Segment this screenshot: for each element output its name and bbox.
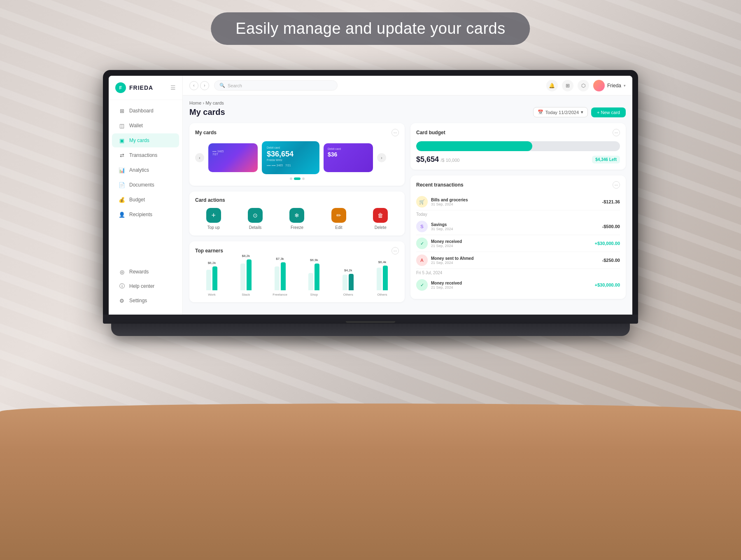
bar-others1-fg: [349, 274, 354, 290]
bar-others2-bg: [377, 268, 382, 290]
date-chevron: ▾: [581, 110, 583, 115]
card-budget-options[interactable]: ···: [613, 129, 620, 136]
action-delete[interactable]: 🗑 Delete: [373, 208, 388, 230]
budget-fill: [416, 141, 532, 151]
card-budget-header: Card budget ···: [416, 129, 620, 136]
action-edit[interactable]: ✏ Edit: [331, 208, 346, 230]
budget-amount: $5,654: [416, 155, 439, 163]
received-2-amount: +$30,000.00: [595, 282, 620, 287]
card-1-name: 7/27: [212, 153, 254, 156]
rewards-icon: ◎: [119, 268, 125, 275]
transactions-options[interactable]: ···: [613, 181, 620, 189]
new-card-button[interactable]: + New card: [591, 107, 626, 117]
sidebar-label-my-cards: My cards: [129, 138, 149, 143]
sidebar-item-rewards[interactable]: ◎ Rewards: [112, 265, 179, 279]
table-surface: [0, 404, 741, 560]
sidebar-item-settings[interactable]: ⚙ Settings: [112, 294, 179, 308]
card-1[interactable]: •••• 3465 7/27: [208, 143, 258, 172]
logo-text: FRIEDA: [129, 84, 153, 91]
received-1-name: Money received: [431, 239, 592, 244]
laptop-hinge: [346, 321, 395, 323]
delete-label: Delete: [375, 225, 387, 230]
help-icon: ⓘ: [119, 283, 125, 289]
freeze-btn[interactable]: ❄: [289, 208, 304, 223]
top-banner: Easily manage and update your cards: [211, 12, 530, 45]
bar-others1: $4,2k Others: [333, 268, 363, 296]
bar-work: $6,2k Work: [197, 261, 227, 296]
card-2-name: Frieda Wirtz: [267, 159, 315, 161]
search-bar[interactable]: 🔍 Search: [214, 80, 338, 91]
top-earners-title: Top earners: [195, 248, 223, 254]
sidebar-label-transactions: Transactions: [129, 152, 157, 158]
my-cards-options[interactable]: ···: [391, 129, 399, 136]
received-1-date: 21 Sep, 2024: [431, 244, 592, 248]
transaction-savings: S Savings 31 Sep, 2024 -$500.00: [416, 218, 620, 235]
card-1-number: •••• 3465: [212, 150, 254, 153]
carousel-prev[interactable]: ‹: [195, 153, 204, 162]
sidebar-item-documents[interactable]: 📄 Documents: [112, 178, 179, 192]
sidebar-label-analytics: Analytics: [129, 167, 149, 173]
top-earners-options[interactable]: ···: [391, 247, 399, 254]
bar-others1-label: Others: [343, 293, 353, 296]
edit-btn[interactable]: ✏: [331, 208, 346, 223]
app-screen: F FRIEDA ☰ ⊞ Dashboard ◫ Wallet ▣ My car…: [109, 76, 632, 315]
left-column: My cards ··· ‹ •••• 3465 7/27: [189, 123, 405, 302]
savings-amount: -$500.00: [602, 224, 620, 229]
bar-stack-bg: [240, 264, 245, 290]
sidebar-item-help[interactable]: ⓘ Help center: [112, 279, 179, 293]
search-icon: 🔍: [219, 83, 225, 88]
card-actions-title: Card actions: [195, 197, 225, 203]
search-placeholder: Search: [228, 83, 242, 88]
sidebar-item-transactions[interactable]: ⇄ Transactions: [112, 148, 179, 162]
card-3[interactable]: Debit card $36: [324, 143, 373, 172]
bills-name: Bills and groceries: [431, 198, 599, 202]
ahmed-info: Money sent to Ahmed 21 Sep, 2024: [431, 256, 599, 265]
transactions-header: Recent transactions ···: [416, 181, 620, 189]
top-up-btn[interactable]: +: [206, 208, 221, 223]
sidebar: F FRIEDA ☰ ⊞ Dashboard ◫ Wallet ▣ My car…: [109, 76, 183, 315]
back-button[interactable]: ‹: [189, 81, 198, 90]
action-top-up[interactable]: + Top up: [206, 208, 221, 230]
laptop-shadow: [119, 336, 622, 352]
sidebar-item-analytics[interactable]: 📊 Analytics: [112, 163, 179, 177]
savings-name: Savings: [431, 222, 599, 227]
card-3-amount: $36: [328, 151, 369, 158]
action-freeze[interactable]: ❄ Freeze: [289, 208, 304, 230]
user-badge[interactable]: Frieda ▾: [593, 80, 626, 91]
page-header: My cards 📅 Today 11/2/2024 ▾ + New card: [189, 107, 626, 117]
sidebar-item-wallet[interactable]: ◫ Wallet: [112, 119, 179, 133]
sidebar-menu-icon[interactable]: ☰: [170, 84, 176, 91]
bar-stack-value: $8,2k: [242, 254, 250, 258]
bar-freelance-bg: [275, 266, 280, 290]
banner-text: Easily manage and update your cards: [235, 20, 505, 37]
bills-date: 31 Sep, 2024: [431, 202, 599, 206]
page-title: My cards: [189, 107, 225, 117]
bar-others2-value: $6,4k: [378, 260, 387, 264]
dashboard-icon: ⊞: [119, 107, 125, 114]
carousel-next[interactable]: ›: [377, 153, 386, 162]
edit-label: Edit: [335, 225, 342, 230]
transactions-icon: ⇄: [119, 152, 125, 159]
sidebar-item-my-cards[interactable]: ▣ My cards: [112, 133, 179, 147]
received-2-date: 21 Sep, 2024: [431, 285, 592, 289]
ahmed-date: 21 Sep, 2024: [431, 261, 599, 265]
grid-button[interactable]: ⊞: [562, 80, 573, 91]
details-btn[interactable]: ⊙: [248, 208, 263, 223]
action-details[interactable]: ⊙ Details: [248, 208, 263, 230]
notifications-button[interactable]: 🔔: [546, 80, 558, 91]
transactions-title: Recent transactions: [416, 182, 464, 188]
forward-button[interactable]: ›: [200, 81, 209, 90]
card-2[interactable]: Debit card $36,654 Frieda Wirtz •••• •••…: [262, 141, 319, 174]
jul-section: Fri 5 Jul, 2024: [416, 269, 620, 277]
sidebar-item-recipients[interactable]: 👤 Recipients: [112, 208, 179, 222]
delete-btn[interactable]: 🗑: [373, 208, 388, 223]
transaction-received-1: ✓ Money received 21 Sep, 2024 +$30,000.0…: [416, 235, 620, 252]
sidebar-item-dashboard[interactable]: ⊞ Dashboard: [112, 104, 179, 118]
avatar: [593, 80, 605, 91]
sidebar-label-dashboard: Dashboard: [129, 108, 154, 114]
sidebar-item-budget[interactable]: 💰 Budget: [112, 193, 179, 207]
savings-icon: S: [416, 221, 428, 232]
date-button[interactable]: 📅 Today 11/2/2024 ▾: [533, 107, 588, 117]
network-button[interactable]: ⬡: [578, 80, 589, 91]
sidebar-label-settings: Settings: [129, 298, 147, 303]
